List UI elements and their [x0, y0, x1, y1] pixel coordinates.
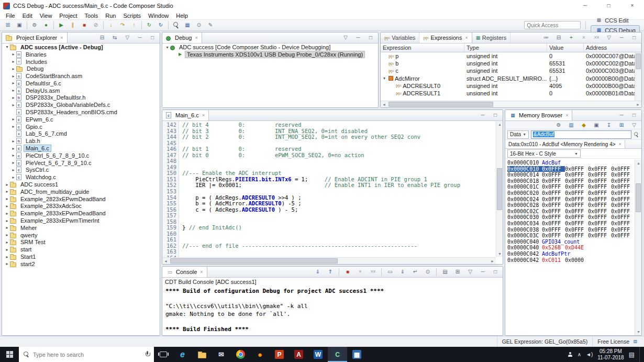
tree-item-dsp2833x-headers-nonbios-cmd[interactable]: xDSP2833x_Headers_nonBIOS.cmd — [2, 108, 160, 116]
expression-row-p[interactable]: (x)=punsigned int00x0000C007@Data — [381, 52, 641, 60]
tab-variables[interactable]: (x)=Variables — [381, 32, 419, 43]
expressions-vertical-scrollbar[interactable] — [635, 52, 641, 101]
memory-value[interactable]: 0x0FFF — [611, 196, 634, 203]
memory-value[interactable]: 0x0FFF — [565, 178, 588, 184]
search-input[interactable] — [33, 352, 141, 358]
view-menu-button[interactable]: ▽ — [603, 33, 615, 43]
maximize-button[interactable]: □ — [365, 33, 376, 43]
memory-value[interactable]: 0x0FFF — [565, 196, 588, 203]
refresh-button[interactable]: ↻ — [155, 20, 166, 30]
view-menu-button[interactable]: ▽ — [121, 33, 133, 43]
tree-collapsed-arrow-icon[interactable]: ▸ — [4, 196, 10, 201]
memory-value[interactable]: 0x0FFF — [611, 227, 634, 233]
annotations-button[interactable]: ✎ — [205, 20, 216, 30]
column-value[interactable]: Value — [547, 43, 584, 52]
taskbar-edge-button[interactable]: e — [173, 347, 192, 362]
memory-address[interactable]: 0x0000C028 — [507, 202, 542, 209]
save-button[interactable]: ▣ — [14, 20, 25, 30]
quick-access-input[interactable] — [524, 21, 581, 29]
memory-value[interactable]: 0x0FFF — [542, 233, 565, 239]
tab-close-icon[interactable]: × — [202, 113, 205, 118]
column-type[interactable]: Type — [464, 43, 547, 52]
memory-address[interactable]: 0x0000C010 — [507, 166, 542, 172]
tab-close-icon[interactable]: × — [465, 35, 468, 40]
minimize-button[interactable]: ─ — [477, 111, 488, 120]
tree-item-watchdog-c[interactable]: ▸cWatchdog.c — [2, 173, 160, 181]
memory-value[interactable]: 0x0FFF — [588, 227, 611, 233]
memory-value[interactable]: 0x0000 — [565, 257, 588, 264]
memory-address[interactable]: 0x0000C018 — [507, 178, 542, 184]
new-button[interactable]: ⊞ — [2, 20, 14, 30]
menu-scripts[interactable]: Scripts — [119, 13, 145, 19]
code-line[interactable]: IER |= 0x0001; // Enable INT1 in IER to … — [182, 182, 503, 189]
tab-expressions[interactable]: (x)=Expressions× — [419, 32, 472, 43]
tree-collapsed-arrow-icon[interactable]: ▸ — [10, 95, 16, 100]
memory-value[interactable]: 0x0FFF — [588, 221, 611, 227]
memory-value[interactable]: 0x0FFF — [565, 172, 588, 178]
taskbar-chrome-button[interactable] — [231, 347, 250, 362]
editor-vertical-scrollbar[interactable]: ▲ ▼ — [496, 121, 503, 257]
tree-collapsed-arrow-icon[interactable]: ▸ — [4, 240, 10, 245]
expression-row-b[interactable]: (x)=bunsigned int655310x0000C002@Data — [381, 60, 641, 67]
memory-value[interactable]: 0x0FFF — [565, 227, 588, 233]
remove-all-launches-button[interactable]: ×× — [367, 267, 379, 277]
tree-collapsed-arrow-icon[interactable]: ▸ — [4, 218, 10, 223]
memory-value[interactable]: 0x526B — [542, 245, 565, 251]
scroll-up-icon[interactable]: ▲ — [496, 121, 503, 128]
taskbar-word-button[interactable]: W — [308, 347, 328, 362]
perspective-ccs-edit[interactable]: ▦CCS Edit — [591, 15, 640, 25]
scroll-down-button[interactable]: ⇓ — [312, 267, 324, 277]
task-view-button[interactable] — [154, 347, 173, 362]
memory-value[interactable]: 0x0FFF — [565, 166, 588, 172]
memory-value[interactable]: 0x0FFF — [611, 214, 634, 221]
tree-item-example-2833xepwmdeadband[interactable]: ▸Example_2833xEPwmDeadBand — [2, 210, 160, 217]
step-over-button[interactable]: ↷ — [117, 20, 128, 30]
tree-collapsed-arrow-icon[interactable]: ▸ — [4, 261, 10, 266]
memory-value[interactable]: 0x0FFF — [611, 172, 634, 178]
memory-value[interactable]: 0x0FFF — [588, 184, 611, 190]
code-line[interactable] — [182, 158, 503, 164]
memory-value[interactable]: 0x0FFF — [611, 190, 634, 196]
tree-collapsed-arrow-icon[interactable]: ▸ — [4, 233, 10, 237]
tab-debug[interactable]: Debug × — [162, 32, 202, 43]
tree-item-includes[interactable]: ▸≡Includes — [2, 58, 160, 65]
memory-vertical-scrollbar[interactable]: ▲ ▼ — [635, 160, 641, 335]
memory-address[interactable]: 0x0000C042 — [507, 251, 542, 257]
tree-item-qwerty[interactable]: ▸qwerty — [2, 232, 160, 239]
window-maximize-button[interactable]: □ — [597, 0, 620, 12]
maximize-button[interactable]: □ — [147, 33, 158, 43]
code-line[interactable]: // bit 0 0: ePWM_SOCB_SEQ2, 0=no action — [182, 152, 503, 159]
menu-project[interactable]: Project — [55, 13, 81, 19]
memory-value[interactable]: 0x0FFF — [588, 178, 611, 184]
taskbar-file-explorer-button[interactable] — [192, 347, 212, 362]
memory-address-input[interactable]: &AdcBuf — [531, 130, 631, 139]
memory-address[interactable]: 0x0000C02C — [507, 209, 542, 215]
memory-value[interactable]: 0x0FFF — [588, 233, 611, 239]
memory-address[interactable]: 0x0000C020 — [507, 190, 542, 196]
gear-button[interactable]: ⚙ — [553, 120, 564, 130]
resume-button[interactable]: ▶ — [55, 20, 67, 30]
tree-collapsed-arrow-icon[interactable]: ▸ — [10, 67, 16, 71]
tree-item-pievect-5-6-7-8-9-10-c[interactable]: ▸cPieVect_5_6_7_8_9_10.c — [2, 159, 160, 167]
tree-collapsed-arrow-icon[interactable]: ▸ — [10, 139, 16, 144]
restart-button[interactable]: ↻ — [143, 20, 155, 30]
memory-value[interactable]: 0x0FFF — [565, 209, 588, 215]
memory-address[interactable]: 0x0000C010 — [507, 160, 542, 166]
memory-space-select[interactable]: Data ▼ — [507, 130, 529, 139]
memory-value[interactable]: 0x0FFF — [542, 202, 565, 209]
tab-close-icon[interactable]: × — [565, 113, 568, 118]
tab-main-6-c[interactable]: c Main_6.c × — [162, 110, 209, 120]
tree-item-sysctrl-c[interactable]: ▸cSysCtrl.c — [2, 167, 160, 174]
memory-value[interactable]: 0xD44E — [565, 245, 588, 251]
memory-format-select[interactable]: 16-Bit Hex - C Style ▼ — [507, 149, 581, 158]
minimize-button[interactable]: ─ — [477, 267, 488, 277]
memory-value[interactable]: 0x0FFF — [611, 178, 634, 184]
remove-expression-button[interactable]: × — [578, 33, 590, 43]
tree-collapsed-arrow-icon[interactable]: ▸ — [10, 74, 16, 79]
console-output[interactable]: **** Build of configuration Debug for pr… — [162, 286, 503, 335]
tree-collapsed-arrow-icon[interactable]: ▸ — [10, 160, 16, 165]
chart-button[interactable]: ▥ — [565, 120, 577, 130]
memory-value[interactable]: 0x0FFF — [588, 166, 611, 172]
collapse-all-button[interactable]: ⊟ — [96, 33, 108, 43]
memory-value[interactable]: 0x0FFF — [611, 221, 634, 227]
